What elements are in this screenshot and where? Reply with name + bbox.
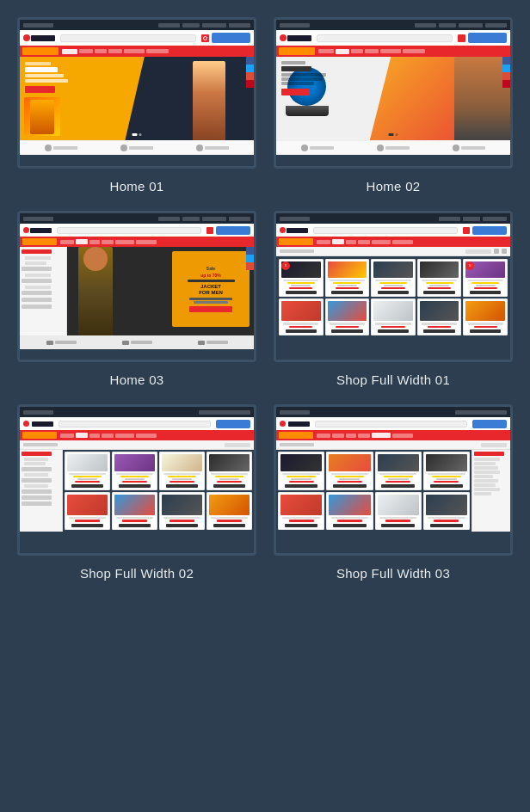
product-image [67, 454, 108, 471]
search-bar [317, 34, 453, 42]
thumbnail-home01[interactable] [17, 17, 256, 169]
page-container: Home 01 [17, 17, 513, 581]
checkout-link [229, 217, 250, 221]
product-image [114, 454, 155, 471]
wishlist-link [463, 217, 480, 221]
product-image [420, 301, 459, 322]
search-btn [201, 34, 209, 42]
product-card [278, 452, 324, 490]
add-btn [381, 524, 415, 527]
ship-icon [122, 341, 129, 345]
hero-text [281, 61, 326, 95]
list-item[interactable]: Home 02 [274, 17, 513, 194]
product-image [378, 495, 419, 516]
lang-selector [280, 217, 310, 221]
product-stars [471, 282, 499, 284]
cat-electronics [22, 249, 52, 254]
screenshot-home02 [276, 20, 510, 166]
topbar [276, 407, 510, 417]
cat-item [474, 471, 500, 474]
nav-pages [108, 49, 122, 53]
shop-btn [281, 89, 310, 95]
product-card [112, 452, 157, 490]
social-sidebar [246, 57, 254, 88]
ship-item [377, 145, 410, 151]
price-new [474, 326, 497, 328]
nav-blog [351, 49, 363, 53]
pname [379, 517, 416, 519]
social-sidebar [246, 247, 254, 270]
nav-pages [365, 49, 379, 53]
nav-contact [392, 240, 413, 244]
pname [69, 517, 105, 519]
new-price [122, 481, 146, 483]
product-grid [276, 450, 471, 532]
thumbnail-home02[interactable] [274, 17, 513, 169]
cat-flashlights [22, 298, 52, 302]
product-grid: S [276, 256, 510, 338]
list-item[interactable]: Shop Full Width 03 [274, 404, 513, 581]
add-btn [333, 484, 367, 487]
pname [211, 517, 247, 519]
logo-text [287, 35, 311, 41]
ship-icon [453, 145, 459, 151]
headphone-band [286, 106, 329, 116]
ship-icon [301, 145, 308, 151]
thumbnail-shop03[interactable] [274, 404, 513, 556]
product-stars [287, 282, 315, 284]
thumbnail-shop02[interactable] [17, 404, 256, 556]
man-body [78, 247, 113, 335]
logo-circle [280, 421, 286, 427]
sale-percent: up to 70% [200, 273, 221, 278]
fb-btn [502, 57, 510, 65]
nav-home [318, 49, 334, 53]
cat-sub3 [25, 274, 51, 277]
new-price [75, 520, 99, 521]
hero-dark-bg [125, 57, 254, 140]
product-image [328, 261, 367, 278]
man-head [83, 247, 108, 271]
checkout-link [485, 23, 507, 28]
list-item[interactable]: Home 01 [17, 17, 256, 194]
product-image [329, 454, 370, 471]
product-name [330, 323, 365, 324]
list-item[interactable]: Shop Full Width 02 [17, 404, 256, 581]
add-to-cart [331, 291, 362, 293]
search [59, 421, 211, 428]
lang-selector [23, 23, 53, 28]
add-to-cart [378, 329, 409, 333]
lang-selector [23, 217, 53, 221]
thumbnail-home03[interactable]: Sale up to 70% JACKETFOR MEN [17, 211, 256, 362]
cat-item [474, 488, 500, 491]
cart-link [202, 23, 226, 28]
gp-btn [246, 262, 254, 270]
add-to-cart [378, 291, 409, 293]
logo-text [287, 228, 308, 233]
sale-banner: Sale up to 70% JACKETFOR MEN [172, 251, 250, 327]
cat-item [474, 458, 500, 461]
account-link [158, 217, 180, 221]
product-card [65, 492, 110, 531]
cat-headlight [22, 304, 52, 309]
old-price [339, 478, 360, 480]
stars [335, 476, 364, 477]
ship-icon [196, 145, 203, 151]
pname [163, 517, 200, 519]
cat-item [474, 492, 491, 495]
list-item[interactable]: S [274, 211, 513, 387]
product-stars [379, 282, 407, 284]
ship-text [131, 341, 152, 344]
screenshot-shop03 [276, 407, 510, 553]
new-price [337, 481, 362, 483]
wishlist-link [439, 23, 456, 28]
product-image [67, 495, 108, 516]
add-btn [119, 524, 151, 527]
ship-text [310, 146, 334, 150]
list-item[interactable]: Sale up to 70% JACKETFOR MEN [17, 211, 256, 387]
ship-item [45, 145, 77, 151]
cat-phones [22, 267, 52, 271]
ship-icon [45, 145, 52, 151]
product-name [422, 280, 457, 281]
thumbnail-shop01[interactable]: S [274, 211, 513, 362]
add-to-cart [286, 329, 317, 333]
